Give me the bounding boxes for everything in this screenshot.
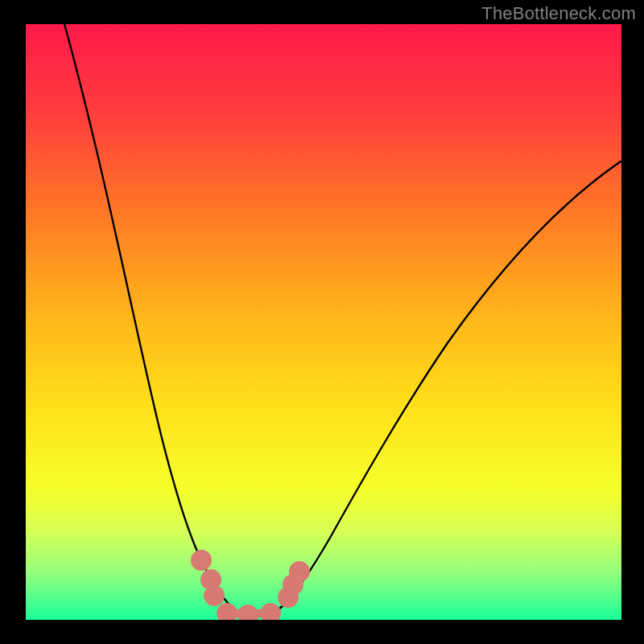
plot-background bbox=[26, 24, 621, 620]
svg-point-5 bbox=[221, 607, 233, 620]
bottleneck-chart-svg bbox=[0, 0, 644, 644]
svg-point-3 bbox=[208, 589, 221, 602]
svg-point-7 bbox=[264, 607, 277, 620]
svg-point-10 bbox=[293, 565, 306, 578]
svg-point-1 bbox=[195, 554, 208, 567]
chart-frame: TheBottleneck.com bbox=[0, 0, 644, 644]
watermark-text: TheBottleneck.com bbox=[481, 3, 636, 24]
svg-point-2 bbox=[204, 573, 217, 586]
svg-point-6 bbox=[242, 609, 254, 621]
